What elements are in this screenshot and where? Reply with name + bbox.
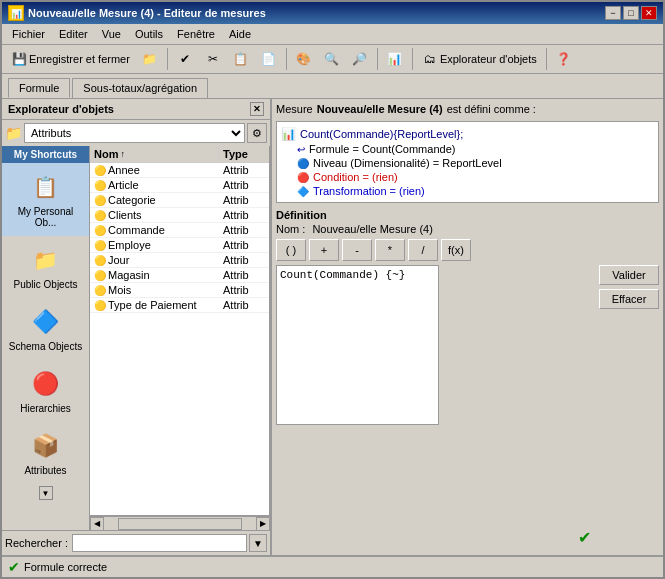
search-button[interactable]: 🔍: [319, 48, 345, 70]
tree-row[interactable]: 🟡Clients Attrib: [90, 208, 269, 223]
save-close-button[interactable]: 💾 Enregistrer et fermer: [6, 48, 135, 70]
open-button[interactable]: 📁: [137, 48, 163, 70]
close-button[interactable]: ✕: [641, 6, 657, 20]
formula-line-2: ↩ Formule = Count(Commande): [281, 142, 654, 156]
formula-text-5: Transformation = (rien): [313, 185, 425, 197]
formula-line-5: 🔷 Transformation = (rien): [281, 184, 654, 198]
tree-row[interactable]: 🟡Type de Paiement Attrib: [90, 298, 269, 313]
menu-vue[interactable]: Vue: [96, 26, 127, 42]
shortcuts-header: My Shortcuts: [2, 146, 89, 163]
formula-text-4: Condition = (rien): [313, 171, 398, 183]
scroll-right-button[interactable]: ▶: [256, 517, 270, 531]
left-panel: Explorateur d'objets ✕ 📁 Attributs ⚙ My …: [2, 99, 272, 555]
dropdown-action-button[interactable]: ⚙: [247, 123, 267, 143]
toolbar-separator-4: [412, 48, 413, 70]
tab-formule[interactable]: Formule: [8, 78, 70, 98]
menu-fichier[interactable]: Fichier: [6, 26, 51, 42]
attr-icon: 🟡: [94, 180, 106, 191]
calc-minus-button[interactable]: -: [342, 239, 372, 261]
calc-plus-button[interactable]: +: [309, 239, 339, 261]
scroll-left-button[interactable]: ◀: [90, 517, 104, 531]
calc-fx-button[interactable]: f(x): [441, 239, 471, 261]
tree-row[interactable]: 🟡Categorie Attrib: [90, 193, 269, 208]
zoom-button[interactable]: 🔎: [347, 48, 373, 70]
check-button[interactable]: ✔: [172, 48, 198, 70]
explorer-header: Explorateur d'objets ✕: [2, 99, 270, 120]
tree-row[interactable]: 🟡Article Attrib: [90, 178, 269, 193]
definition-header: Définition: [276, 209, 659, 221]
zoom-icon: 🔎: [352, 51, 368, 67]
formula-transform-icon: 🔷: [297, 186, 309, 197]
open-icon: 📁: [142, 51, 158, 67]
status-icon: ✔: [8, 559, 20, 575]
menu-fenetre[interactable]: Fenêtre: [171, 26, 221, 42]
calc-parens-button[interactable]: ( ): [276, 239, 306, 261]
menu-bar: Fichier Editer Vue Outils Fenêtre Aide: [2, 24, 663, 45]
explorer-button[interactable]: 🗂 Explorateur d'objets: [417, 48, 542, 70]
status-bar: ✔ Formule correcte: [2, 555, 663, 577]
formula-valid-checkmark: ✔: [578, 528, 591, 547]
formula-dimension-icon: 🔵: [297, 158, 309, 169]
clear-button[interactable]: Effacer: [599, 289, 659, 309]
tree-row[interactable]: 🟡Mois Attrib: [90, 283, 269, 298]
formula-text-3: Niveau (Dimensionalité) = ReportLevel: [313, 157, 502, 169]
color-button[interactable]: 🎨: [291, 48, 317, 70]
main-content: Explorateur d'objets ✕ 📁 Attributs ⚙ My …: [2, 98, 663, 555]
horizontal-scrollbar[interactable]: [118, 518, 242, 530]
measure-prefix: Mesure: [276, 103, 313, 115]
shortcut-label-public: Public Objects: [14, 279, 78, 290]
explorer-close-button[interactable]: ✕: [250, 102, 264, 116]
menu-editer[interactable]: Editer: [53, 26, 94, 42]
schema-objects-icon: 🔷: [30, 306, 62, 338]
tab-bar: Formule Sous-totaux/agrégation: [2, 74, 663, 98]
shortcut-schema-objects[interactable]: 🔷 Schema Objects: [2, 298, 89, 360]
tree-panel: Nom ↑ Type 🟡Annee Attrib 🟡Article Attrib: [90, 146, 270, 516]
right-panel: Mesure Nouveau/elle Mesure (4) est défin…: [272, 99, 663, 555]
menu-aide[interactable]: Aide: [223, 26, 257, 42]
attributes-dropdown[interactable]: Attributs: [24, 123, 245, 143]
paste-button[interactable]: 📄: [256, 48, 282, 70]
tree-row[interactable]: 🟡Employe Attrib: [90, 238, 269, 253]
tree-row[interactable]: 🟡Commande Attrib: [90, 223, 269, 238]
copy-button[interactable]: 📋: [228, 48, 254, 70]
formula-condition-icon: 🔴: [297, 172, 309, 183]
my-personal-icon: 📋: [30, 171, 62, 203]
status-text: Formule correcte: [24, 561, 107, 573]
measure-name: Nouveau/elle Mesure (4): [317, 103, 443, 115]
shortcut-hierarchies[interactable]: 🔴 Hierarchies: [2, 360, 89, 422]
formula-line-4: 🔴 Condition = (rien): [281, 170, 654, 184]
calc-divide-button[interactable]: /: [408, 239, 438, 261]
shortcut-label-schema: Schema Objects: [9, 341, 82, 352]
save-icon: 💾: [11, 51, 27, 67]
shortcut-attributes[interactable]: 📦 Attributes: [2, 422, 89, 484]
tab-sous-totaux[interactable]: Sous-totaux/agrégation: [72, 78, 208, 98]
maximize-button[interactable]: □: [623, 6, 639, 20]
minimize-button[interactable]: −: [605, 6, 621, 20]
tree-row[interactable]: 🟡Annee Attrib: [90, 163, 269, 178]
calc-multiply-button[interactable]: *: [375, 239, 405, 261]
validate-button[interactable]: Valider: [599, 265, 659, 285]
horizontal-scrollbar-area: ◀ ▶: [90, 516, 270, 530]
toolbar-separator-1: [167, 48, 168, 70]
help-button[interactable]: ❓: [551, 48, 577, 70]
window-icon: 📊: [8, 5, 24, 21]
menu-outils[interactable]: Outils: [129, 26, 169, 42]
explorer-icon: 🗂: [422, 51, 438, 67]
tree-row[interactable]: 🟡Jour Attrib: [90, 253, 269, 268]
search-input[interactable]: [72, 534, 247, 552]
shortcut-label-attributes: Attributes: [24, 465, 66, 476]
formula-textarea[interactable]: Count(Commande) {~}: [276, 265, 439, 425]
help-icon: ❓: [556, 51, 572, 67]
chart-button[interactable]: 📊: [382, 48, 408, 70]
search-filter-button[interactable]: ▼: [249, 534, 267, 552]
col-nom: Nom ↑: [90, 146, 219, 162]
shortcuts-scroll-down[interactable]: ▼: [39, 486, 53, 500]
shortcut-public-objects[interactable]: 📁 Public Objects: [2, 236, 89, 298]
checkmark-icon: ✔: [177, 51, 193, 67]
shortcuts-panel: My Shortcuts 📋 My Personal Ob... 📁 Publi…: [2, 146, 270, 530]
shortcut-my-personal[interactable]: 📋 My Personal Ob...: [2, 163, 89, 236]
attr-icon: 🟡: [94, 240, 106, 251]
cut-button[interactable]: ✂: [200, 48, 226, 70]
tree-row[interactable]: 🟡Magasin Attrib: [90, 268, 269, 283]
measure-suffix: est défini comme :: [447, 103, 536, 115]
